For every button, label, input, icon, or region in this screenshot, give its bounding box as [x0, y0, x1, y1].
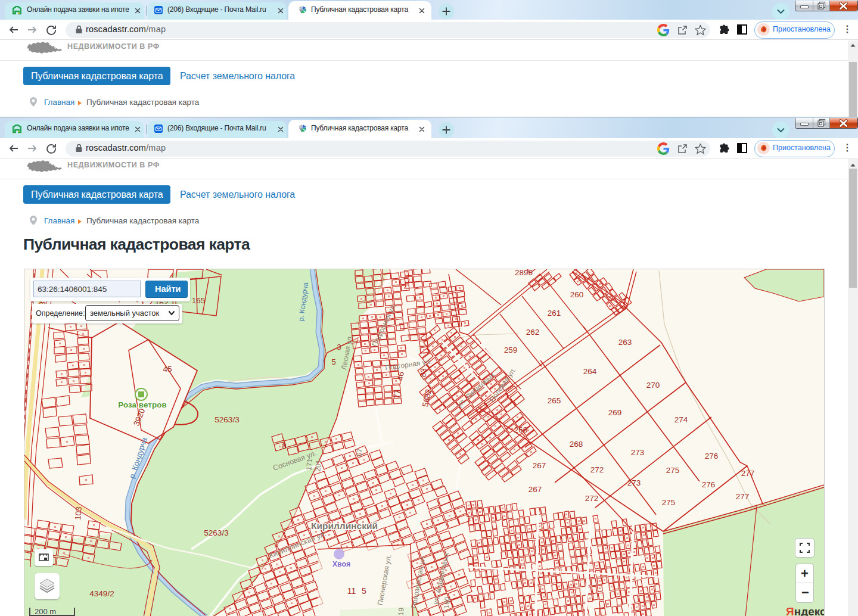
svg-text:262: 262	[526, 328, 540, 337]
svg-text:5: 5	[362, 586, 366, 596]
svg-text:272: 272	[585, 494, 599, 503]
svg-text:277: 277	[741, 469, 755, 478]
svg-text:274: 274	[674, 415, 688, 424]
svg-text:266: 266	[514, 425, 528, 434]
svg-text:272: 272	[590, 465, 604, 474]
svg-text:261: 261	[548, 309, 561, 318]
svg-text:3: 3	[337, 343, 341, 351]
svg-text:Кириллинский: Кириллинский	[311, 521, 378, 531]
svg-text:160: 160	[442, 596, 452, 609]
svg-text:267: 267	[529, 485, 542, 494]
svg-text:273: 273	[631, 448, 645, 457]
svg-text:263: 263	[618, 338, 632, 347]
svg-text:268: 268	[570, 440, 583, 449]
svg-text:5263/3: 5263/3	[204, 528, 228, 537]
svg-text:83: 83	[418, 368, 428, 377]
svg-text:267: 267	[533, 461, 546, 470]
svg-text:45: 45	[163, 365, 172, 374]
svg-text:5263/3: 5263/3	[214, 415, 239, 424]
svg-text:265: 265	[548, 396, 561, 405]
svg-text:269: 269	[608, 408, 622, 417]
svg-text:276: 276	[705, 452, 719, 461]
svg-text:275: 275	[662, 498, 676, 507]
svg-text:Хвоя: Хвоя	[332, 560, 351, 568]
svg-text:19: 19	[396, 607, 405, 616]
svg-text:103: 103	[73, 506, 83, 521]
svg-text:165: 165	[192, 296, 206, 305]
svg-text:259: 259	[504, 346, 518, 354]
svg-text:Роза ветров: Роза ветров	[118, 400, 166, 409]
svg-text:2896: 2896	[515, 269, 533, 277]
svg-text:8: 8	[282, 441, 287, 450]
svg-text:275: 275	[666, 466, 680, 475]
svg-text:201: 201	[313, 459, 323, 472]
svg-text:11: 11	[347, 586, 356, 596]
svg-text:67: 67	[355, 448, 363, 457]
svg-text:277: 277	[736, 492, 750, 501]
svg-text:270: 270	[646, 381, 660, 390]
svg-text:273: 273	[627, 478, 641, 487]
svg-text:5: 5	[331, 357, 336, 366]
svg-text:77: 77	[392, 389, 402, 399]
svg-text:276: 276	[702, 480, 716, 489]
svg-text:171: 171	[304, 458, 314, 471]
svg-text:46: 46	[396, 371, 405, 381]
svg-text:260: 260	[570, 290, 584, 299]
svg-text:4349/2: 4349/2	[89, 589, 114, 598]
svg-text:264: 264	[583, 367, 597, 376]
